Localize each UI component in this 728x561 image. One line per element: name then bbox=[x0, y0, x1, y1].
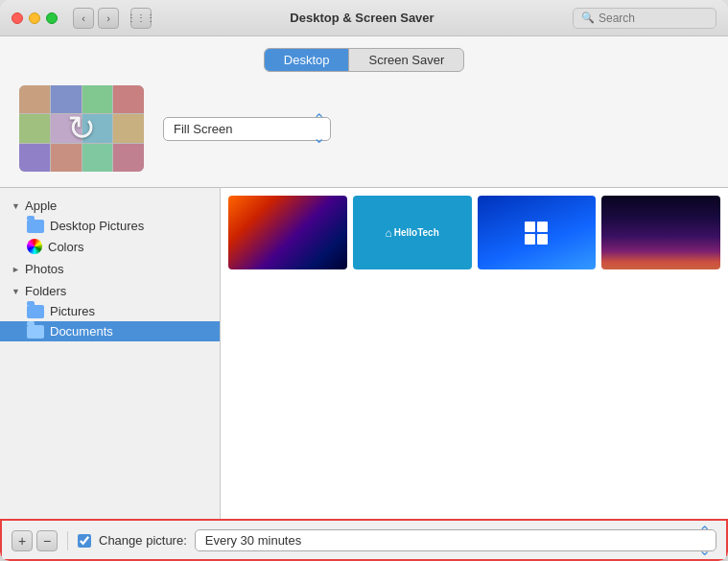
sidebar-item-colors[interactable]: Colors bbox=[0, 236, 220, 257]
refresh-icon: ↻ bbox=[67, 108, 96, 149]
folder-icon bbox=[27, 325, 44, 339]
maximize-button[interactable] bbox=[46, 12, 58, 24]
mosaic-cell bbox=[19, 85, 50, 113]
tab-desktop[interactable]: Desktop bbox=[265, 49, 350, 71]
wallpaper-thumb-1[interactable] bbox=[228, 196, 347, 269]
mosaic-cell bbox=[113, 114, 144, 142]
hellotech-logo: ⌂ HelloTech bbox=[385, 226, 438, 240]
fill-screen-dropdown-container: Fill Screen Fit to Screen Stretch to Fil… bbox=[163, 117, 331, 141]
search-box[interactable]: 🔍 bbox=[573, 8, 716, 29]
change-picture-label: Change picture: bbox=[99, 533, 187, 548]
colors-icon bbox=[27, 239, 42, 254]
windows-logo bbox=[525, 222, 548, 245]
preview-thumbnail: ↻ bbox=[19, 85, 144, 172]
window: ‹ › ⋮⋮⋮ Desktop & Screen Saver 🔍 Desktop… bbox=[0, 0, 728, 561]
sidebar-item-documents[interactable]: Documents bbox=[0, 321, 220, 341]
sidebar-item-label: Desktop Pictures bbox=[50, 219, 144, 233]
mosaic-cell bbox=[113, 85, 144, 113]
sidebar: ▼ Apple Desktop Pictures Colors ► Photos bbox=[0, 188, 221, 519]
traffic-lights bbox=[12, 12, 58, 24]
divider bbox=[67, 531, 68, 550]
add-remove-buttons: + − bbox=[12, 530, 58, 551]
folder-icon bbox=[27, 305, 44, 318]
sidebar-item-label: Documents bbox=[50, 324, 113, 339]
add-button[interactable]: + bbox=[12, 530, 33, 551]
wallpaper-grid: ⌂ HelloTech bbox=[221, 188, 728, 519]
remove-button[interactable]: − bbox=[36, 530, 58, 551]
nav-buttons: ‹ › bbox=[73, 8, 119, 29]
mosaic-cell bbox=[19, 114, 50, 142]
mosaic-cell bbox=[19, 144, 50, 172]
triangle-down-icon: ▼ bbox=[12, 287, 21, 296]
sidebar-group-photos[interactable]: ► Photos bbox=[0, 259, 220, 279]
sidebar-item-pictures[interactable]: Pictures bbox=[0, 301, 220, 321]
sidebar-section-folders: ▼ Folders Pictures Documents bbox=[0, 281, 220, 341]
sidebar-item-label: Colors bbox=[48, 240, 84, 254]
tab-screen-saver[interactable]: Screen Saver bbox=[349, 49, 463, 71]
interval-dropdown-container: Every 5 seconds Every 1 minute Every 5 m… bbox=[195, 529, 716, 551]
mosaic-cell bbox=[113, 144, 144, 172]
sidebar-item-label: Pictures bbox=[50, 304, 95, 318]
change-picture-checkbox[interactable] bbox=[78, 534, 91, 548]
wallpaper-thumb-3[interactable] bbox=[478, 196, 597, 269]
window-title: Desktop & Screen Saver bbox=[159, 11, 565, 25]
content-area: ▼ Apple Desktop Pictures Colors ► Photos bbox=[0, 187, 728, 519]
wallpaper-thumb-4[interactable] bbox=[601, 196, 720, 269]
interval-dropdown[interactable]: Every 5 seconds Every 1 minute Every 5 m… bbox=[195, 529, 716, 551]
change-picture-row: Change picture: Every 5 seconds Every 1 … bbox=[78, 529, 716, 551]
back-button[interactable]: ‹ bbox=[73, 8, 94, 29]
forward-button[interactable]: › bbox=[98, 8, 119, 29]
titlebar: ‹ › ⋮⋮⋮ Desktop & Screen Saver 🔍 bbox=[0, 0, 728, 36]
folder-icon bbox=[27, 220, 44, 233]
preview-area: ↻ Fill Screen Fit to Screen Stretch to F… bbox=[0, 82, 728, 187]
minimize-button[interactable] bbox=[29, 12, 40, 24]
wallpaper-thumb-2[interactable]: ⌂ HelloTech bbox=[353, 196, 472, 269]
close-button[interactable] bbox=[12, 12, 23, 24]
segment-control-area: Desktop Screen Saver bbox=[0, 36, 728, 82]
bottom-bar: + − Change picture: Every 5 seconds Ever… bbox=[0, 519, 728, 561]
sidebar-item-desktop-pictures[interactable]: Desktop Pictures bbox=[0, 216, 220, 236]
sidebar-group-label-text: Folders bbox=[25, 284, 66, 298]
segment-control: Desktop Screen Saver bbox=[264, 48, 464, 72]
sidebar-group-apple[interactable]: ▼ Apple bbox=[0, 196, 220, 216]
grid-button[interactable]: ⋮⋮⋮ bbox=[130, 8, 152, 29]
sidebar-section-photos: ► Photos bbox=[0, 259, 220, 279]
triangle-down-icon: ▼ bbox=[12, 201, 21, 211]
sidebar-group-label-text: Photos bbox=[25, 262, 63, 276]
triangle-right-icon: ► bbox=[12, 265, 21, 274]
fill-screen-dropdown[interactable]: Fill Screen Fit to Screen Stretch to Fil… bbox=[163, 117, 331, 141]
sidebar-group-label-text: Apple bbox=[25, 199, 57, 213]
sidebar-section-apple: ▼ Apple Desktop Pictures Colors bbox=[0, 196, 220, 257]
search-icon: 🔍 bbox=[581, 12, 595, 24]
search-input[interactable] bbox=[599, 12, 704, 25]
sidebar-group-folders[interactable]: ▼ Folders bbox=[0, 281, 220, 301]
